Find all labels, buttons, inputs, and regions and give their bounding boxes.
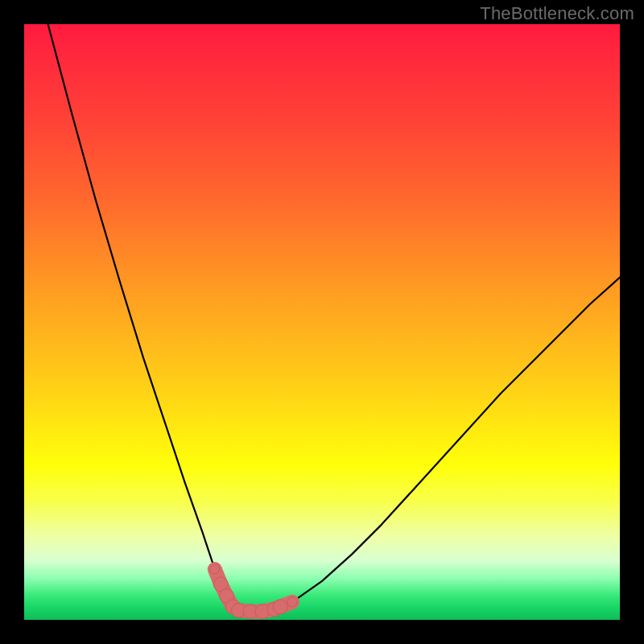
chart-frame: TheBottleneck.com — [0, 0, 644, 644]
highlight-marker-dot — [273, 600, 287, 614]
watermark-text: TheBottleneck.com — [480, 3, 634, 24]
highlight-marker-dot — [287, 597, 297, 607]
highlight-marker-dot — [210, 564, 220, 574]
highlight-marker-group — [210, 564, 297, 619]
bottleneck-curve-line — [48, 24, 620, 612]
plot-area — [24, 24, 620, 620]
chart-overlay — [24, 24, 620, 620]
